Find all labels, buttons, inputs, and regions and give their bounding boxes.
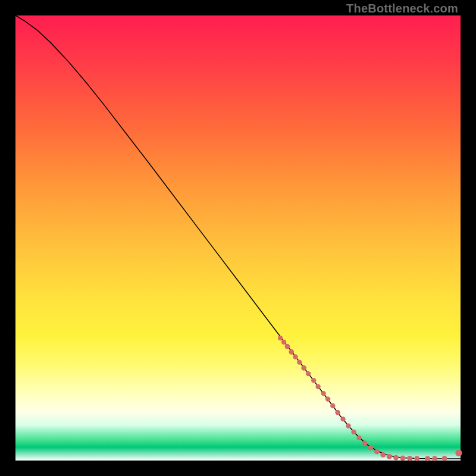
- chart-overlay: [15, 15, 461, 461]
- data-marker: [330, 403, 335, 408]
- data-marker: [414, 456, 419, 461]
- data-marker: [278, 336, 283, 340]
- data-marker: [374, 449, 380, 455]
- data-marker: [311, 378, 316, 383]
- data-marker: [400, 456, 405, 461]
- curve-line: [15, 15, 461, 459]
- data-marker: [297, 360, 302, 365]
- data-marker: [281, 340, 286, 345]
- data-marker: [340, 416, 345, 421]
- data-marker: [285, 344, 290, 349]
- watermark-text: TheBottleneck.com: [346, 2, 458, 15]
- data-marker: [425, 456, 430, 461]
- data-marker: [301, 365, 306, 371]
- data-marker: [432, 456, 437, 461]
- data-marker: [335, 410, 340, 415]
- data-marker: [393, 455, 399, 461]
- data-marker: [442, 456, 447, 461]
- data-marker: [351, 430, 356, 434]
- data-marker: [455, 450, 462, 456]
- data-marker: [362, 441, 367, 446]
- data-marker: [356, 436, 361, 440]
- data-marker: [315, 384, 320, 389]
- data-marker: [325, 397, 330, 402]
- data-marker: [289, 349, 294, 355]
- data-marker: [321, 391, 325, 396]
- data-marker: [407, 456, 412, 461]
- data-marker: [387, 454, 392, 459]
- markers-group: [278, 336, 462, 461]
- chart-stage: TheBottleneck.com: [0, 0, 476, 476]
- data-marker: [306, 371, 311, 376]
- data-marker: [346, 424, 350, 428]
- data-marker: [293, 355, 298, 359]
- data-marker: [380, 452, 386, 458]
- data-marker: [368, 445, 373, 450]
